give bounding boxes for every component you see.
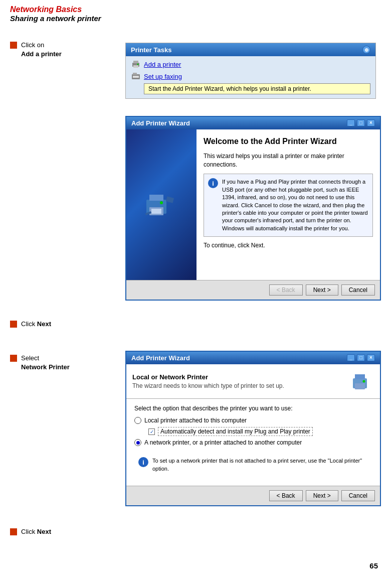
bullet-text-3: Select Network Printer <box>21 354 70 372</box>
titlebar-buttons-2: _ □ × <box>347 354 375 362</box>
titlebar-buttons: _ □ × <box>347 119 375 127</box>
row-2: Add Printer Wizard _ □ × <box>5 111 387 301</box>
wizard2-footer: < Back Next > Cancel <box>126 486 380 505</box>
set-up-fax-icon <box>131 71 141 81</box>
task-item-fax: Set up faxing <box>131 71 370 81</box>
tooltip-box: Start the Add Printer Wizard, which help… <box>144 83 370 94</box>
bullet-select-network: Select Network Printer <box>10 354 125 372</box>
page-subtitle: Sharing a network printer <box>10 14 382 23</box>
back-button-1[interactable]: < Back <box>269 284 303 296</box>
maximize-btn-2[interactable]: □ <box>357 354 365 361</box>
row-click-next-1: Click Next <box>5 312 387 329</box>
close-btn[interactable]: × <box>367 119 375 126</box>
svg-point-11 <box>160 201 163 204</box>
sub-option-label: Automatically detect and install my Plug… <box>158 427 313 436</box>
wizard-continue: To continue, click Next. <box>204 242 373 249</box>
bullet-click-next-2: Click Next <box>10 527 125 536</box>
banner-title: Local or Network Printer <box>132 373 284 381</box>
info-text: If you have a Plug and Play printer that… <box>222 178 368 232</box>
wizard-left-image <box>126 129 197 280</box>
wizard-header-banner: Local or Network Printer The wizard need… <box>126 364 380 399</box>
svg-rect-6 <box>133 76 139 78</box>
row-click-next-2: Click Next <box>5 519 387 536</box>
add-printer-link[interactable]: Add a printer <box>144 61 181 68</box>
svg-rect-8 <box>149 195 163 201</box>
svg-rect-10 <box>151 209 161 214</box>
row-3: Select Network Printer Add Printer Wizar… <box>5 346 387 506</box>
info-box-2: i To set up a network printer that is no… <box>134 453 372 477</box>
radio-network-printer[interactable]: A network printer, or a printer attached… <box>134 439 372 446</box>
add-printer-icon <box>131 59 141 69</box>
left-col-click-next: Click Next <box>5 312 125 329</box>
minimize-btn-2[interactable]: _ <box>347 354 355 361</box>
bullet-square-1 <box>10 42 17 49</box>
sub-option-auto-detect: ✓ Automatically detect and install my Pl… <box>148 427 372 436</box>
back-button-2[interactable]: < Back <box>269 490 303 501</box>
bullet-1: Click on Add a printer <box>10 41 125 59</box>
wizard-welcome-titlebar: Add Printer Wizard _ □ × <box>126 117 380 129</box>
svg-rect-13 <box>166 196 174 203</box>
left-col-1: Click on Add a printer <box>5 33 125 59</box>
bullet-square-2 <box>10 321 17 328</box>
banner-subtitle: The wizard needs to know which type of p… <box>132 382 284 389</box>
wizard2-body: Select the option that describes the pri… <box>126 399 380 486</box>
auto-detect-checkbox[interactable]: ✓ <box>148 428 155 435</box>
banner-printer-icon <box>350 369 374 393</box>
next-button-1[interactable]: Next > <box>306 284 338 296</box>
radio-network-input[interactable] <box>134 439 141 446</box>
content-area: Click on Add a printer Printer Tasks ⊕ <box>0 25 392 545</box>
page-title: Networking Basics <box>10 5 382 14</box>
minimize-btn[interactable]: _ <box>347 119 355 126</box>
bullet-text-2: Click Next <box>21 320 51 329</box>
wizard2-select-label: Select the option that describes the pri… <box>134 405 372 412</box>
svg-rect-2 <box>133 65 138 68</box>
right-col-2: Add Printer Wizard _ □ × <box>125 111 387 301</box>
info-icon: i <box>208 178 218 188</box>
right-col-3: Add Printer Wizard _ □ × Local or Networ… <box>125 346 387 506</box>
svg-point-17 <box>363 380 365 383</box>
info-text-2: To set up a network printer that is not … <box>152 457 368 473</box>
right-col-1: Printer Tasks ⊕ Add a printer <box>125 33 387 99</box>
row-1: Click on Add a printer Printer Tasks ⊕ <box>5 33 387 99</box>
svg-point-3 <box>137 64 139 65</box>
radio-local-input[interactable] <box>134 417 141 424</box>
page-number: 65 <box>369 561 378 570</box>
wizard-welcome-box: Add Printer Wizard _ □ × <box>125 116 381 301</box>
bullet-text-1: Click on Add a printer <box>21 41 62 59</box>
svg-rect-1 <box>133 61 138 63</box>
cancel-button-2[interactable]: Cancel <box>341 490 375 501</box>
wizard-right-content: Welcome to the Add Printer Wizard This w… <box>197 129 380 280</box>
info-icon-2: i <box>138 457 148 467</box>
wizard-desc: This wizard helps you install a printer … <box>204 152 373 169</box>
svg-rect-15 <box>355 374 365 379</box>
svg-rect-16 <box>355 383 365 389</box>
info-box: i If you have a Plug and Play printer th… <box>204 174 373 237</box>
left-col-2 <box>5 111 125 114</box>
wizard-network-box: Add Printer Wizard _ □ × Local or Networ… <box>125 351 381 506</box>
radio-local-printer[interactable]: Local printer attached to this computer <box>134 417 372 424</box>
page-header: Networking Basics Sharing a network prin… <box>0 0 392 25</box>
wizard-printer-illustration <box>141 185 181 225</box>
left-col-click-next-2: Click Next <box>5 519 125 536</box>
collapse-btn[interactable]: ⊕ <box>362 46 370 54</box>
svg-rect-5 <box>133 73 137 75</box>
bullet-square-3 <box>10 355 17 362</box>
next-button-2[interactable]: Next > <box>306 490 338 501</box>
radio-dot <box>136 441 140 445</box>
wizard-welcome-title: Welcome to the Add Printer Wizard <box>204 136 373 147</box>
close-btn-2[interactable]: × <box>367 354 375 361</box>
set-up-fax-link[interactable]: Set up faxing <box>144 73 182 80</box>
task-item-add: Add a printer <box>131 59 370 69</box>
bullet-text-4: Click Next <box>21 527 51 536</box>
cancel-button-1[interactable]: Cancel <box>341 284 375 296</box>
printer-tasks-header: Printer Tasks ⊕ <box>126 43 375 56</box>
maximize-btn[interactable]: □ <box>357 119 365 126</box>
bullet-click-next-1: Click Next <box>10 320 125 329</box>
radio-group: Local printer attached to this computer … <box>134 417 372 446</box>
printer-tasks-body: Add a printer Set up faxing Start the Ad… <box>126 56 375 98</box>
bullet-square-4 <box>10 528 17 535</box>
wizard-welcome-footer: < Back Next > Cancel <box>126 280 380 300</box>
wizard-welcome-body: Welcome to the Add Printer Wizard This w… <box>126 129 380 280</box>
printer-tasks-panel: Printer Tasks ⊕ Add a printer <box>125 43 376 99</box>
banner-text: Local or Network Printer The wizard need… <box>132 373 284 389</box>
